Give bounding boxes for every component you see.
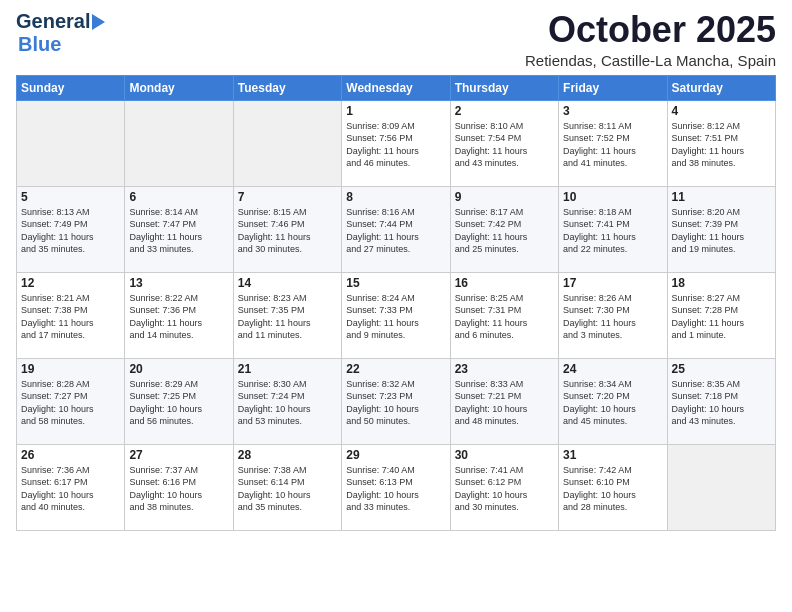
day-info: Sunrise: 7:41 AM Sunset: 6:12 PM Dayligh…: [455, 464, 554, 514]
day-number: 30: [455, 448, 554, 462]
table-row: 5Sunrise: 8:13 AM Sunset: 7:49 PM Daylig…: [17, 186, 125, 272]
day-info: Sunrise: 8:12 AM Sunset: 7:51 PM Dayligh…: [672, 120, 771, 170]
table-row: 11Sunrise: 8:20 AM Sunset: 7:39 PM Dayli…: [667, 186, 775, 272]
day-number: 14: [238, 276, 337, 290]
day-number: 16: [455, 276, 554, 290]
day-number: 19: [21, 362, 120, 376]
table-row: 27Sunrise: 7:37 AM Sunset: 6:16 PM Dayli…: [125, 444, 233, 530]
day-number: 27: [129, 448, 228, 462]
day-info: Sunrise: 8:09 AM Sunset: 7:56 PM Dayligh…: [346, 120, 445, 170]
day-number: 25: [672, 362, 771, 376]
logo: General Blue: [16, 10, 105, 56]
day-info: Sunrise: 7:36 AM Sunset: 6:17 PM Dayligh…: [21, 464, 120, 514]
day-number: 31: [563, 448, 662, 462]
table-row: 23Sunrise: 8:33 AM Sunset: 7:21 PM Dayli…: [450, 358, 558, 444]
day-number: 4: [672, 104, 771, 118]
table-row: 9Sunrise: 8:17 AM Sunset: 7:42 PM Daylig…: [450, 186, 558, 272]
table-row: 6Sunrise: 8:14 AM Sunset: 7:47 PM Daylig…: [125, 186, 233, 272]
calendar-table: Sunday Monday Tuesday Wednesday Thursday…: [16, 75, 776, 531]
table-row: 15Sunrise: 8:24 AM Sunset: 7:33 PM Dayli…: [342, 272, 450, 358]
table-row: 24Sunrise: 8:34 AM Sunset: 7:20 PM Dayli…: [559, 358, 667, 444]
day-info: Sunrise: 8:25 AM Sunset: 7:31 PM Dayligh…: [455, 292, 554, 342]
day-info: Sunrise: 8:13 AM Sunset: 7:49 PM Dayligh…: [21, 206, 120, 256]
col-friday: Friday: [559, 75, 667, 100]
day-number: 9: [455, 190, 554, 204]
calendar-week-row: 5Sunrise: 8:13 AM Sunset: 7:49 PM Daylig…: [17, 186, 776, 272]
table-row: 17Sunrise: 8:26 AM Sunset: 7:30 PM Dayli…: [559, 272, 667, 358]
day-info: Sunrise: 8:21 AM Sunset: 7:38 PM Dayligh…: [21, 292, 120, 342]
table-row: [667, 444, 775, 530]
day-number: 17: [563, 276, 662, 290]
day-number: 7: [238, 190, 337, 204]
table-row: 10Sunrise: 8:18 AM Sunset: 7:41 PM Dayli…: [559, 186, 667, 272]
table-row: 18Sunrise: 8:27 AM Sunset: 7:28 PM Dayli…: [667, 272, 775, 358]
day-info: Sunrise: 8:10 AM Sunset: 7:54 PM Dayligh…: [455, 120, 554, 170]
col-saturday: Saturday: [667, 75, 775, 100]
title-block: October 2025 Retiendas, Castille-La Manc…: [525, 10, 776, 69]
day-info: Sunrise: 8:28 AM Sunset: 7:27 PM Dayligh…: [21, 378, 120, 428]
day-number: 24: [563, 362, 662, 376]
day-info: Sunrise: 8:27 AM Sunset: 7:28 PM Dayligh…: [672, 292, 771, 342]
day-info: Sunrise: 8:20 AM Sunset: 7:39 PM Dayligh…: [672, 206, 771, 256]
day-info: Sunrise: 7:40 AM Sunset: 6:13 PM Dayligh…: [346, 464, 445, 514]
calendar-page: General Blue October 2025 Retiendas, Cas…: [0, 0, 792, 541]
day-number: 1: [346, 104, 445, 118]
day-info: Sunrise: 8:22 AM Sunset: 7:36 PM Dayligh…: [129, 292, 228, 342]
day-info: Sunrise: 8:11 AM Sunset: 7:52 PM Dayligh…: [563, 120, 662, 170]
day-number: 13: [129, 276, 228, 290]
day-number: 6: [129, 190, 228, 204]
calendar-week-row: 12Sunrise: 8:21 AM Sunset: 7:38 PM Dayli…: [17, 272, 776, 358]
month-title: October 2025: [525, 10, 776, 50]
day-info: Sunrise: 8:34 AM Sunset: 7:20 PM Dayligh…: [563, 378, 662, 428]
calendar-week-row: 19Sunrise: 8:28 AM Sunset: 7:27 PM Dayli…: [17, 358, 776, 444]
col-tuesday: Tuesday: [233, 75, 341, 100]
day-number: 3: [563, 104, 662, 118]
table-row: 8Sunrise: 8:16 AM Sunset: 7:44 PM Daylig…: [342, 186, 450, 272]
calendar-week-row: 1Sunrise: 8:09 AM Sunset: 7:56 PM Daylig…: [17, 100, 776, 186]
day-info: Sunrise: 8:30 AM Sunset: 7:24 PM Dayligh…: [238, 378, 337, 428]
day-info: Sunrise: 8:24 AM Sunset: 7:33 PM Dayligh…: [346, 292, 445, 342]
day-info: Sunrise: 8:18 AM Sunset: 7:41 PM Dayligh…: [563, 206, 662, 256]
logo-triangle-icon: [92, 14, 105, 30]
table-row: 31Sunrise: 7:42 AM Sunset: 6:10 PM Dayli…: [559, 444, 667, 530]
day-number: 15: [346, 276, 445, 290]
logo-general-text: General: [16, 10, 90, 32]
day-number: 10: [563, 190, 662, 204]
col-sunday: Sunday: [17, 75, 125, 100]
header-row: Sunday Monday Tuesday Wednesday Thursday…: [17, 75, 776, 100]
table-row: 30Sunrise: 7:41 AM Sunset: 6:12 PM Dayli…: [450, 444, 558, 530]
day-number: 29: [346, 448, 445, 462]
table-row: 19Sunrise: 8:28 AM Sunset: 7:27 PM Dayli…: [17, 358, 125, 444]
table-row: 7Sunrise: 8:15 AM Sunset: 7:46 PM Daylig…: [233, 186, 341, 272]
header: General Blue October 2025 Retiendas, Cas…: [16, 10, 776, 69]
day-number: 2: [455, 104, 554, 118]
table-row: 12Sunrise: 8:21 AM Sunset: 7:38 PM Dayli…: [17, 272, 125, 358]
day-number: 23: [455, 362, 554, 376]
day-info: Sunrise: 8:15 AM Sunset: 7:46 PM Dayligh…: [238, 206, 337, 256]
table-row: 14Sunrise: 8:23 AM Sunset: 7:35 PM Dayli…: [233, 272, 341, 358]
table-row: 16Sunrise: 8:25 AM Sunset: 7:31 PM Dayli…: [450, 272, 558, 358]
table-row: 28Sunrise: 7:38 AM Sunset: 6:14 PM Dayli…: [233, 444, 341, 530]
day-info: Sunrise: 8:23 AM Sunset: 7:35 PM Dayligh…: [238, 292, 337, 342]
day-number: 28: [238, 448, 337, 462]
location-text: Retiendas, Castille-La Mancha, Spain: [525, 52, 776, 69]
table-row: 25Sunrise: 8:35 AM Sunset: 7:18 PM Dayli…: [667, 358, 775, 444]
table-row: 20Sunrise: 8:29 AM Sunset: 7:25 PM Dayli…: [125, 358, 233, 444]
day-info: Sunrise: 8:29 AM Sunset: 7:25 PM Dayligh…: [129, 378, 228, 428]
day-info: Sunrise: 8:26 AM Sunset: 7:30 PM Dayligh…: [563, 292, 662, 342]
day-number: 5: [21, 190, 120, 204]
day-number: 8: [346, 190, 445, 204]
table-row: [125, 100, 233, 186]
day-number: 12: [21, 276, 120, 290]
day-info: Sunrise: 8:14 AM Sunset: 7:47 PM Dayligh…: [129, 206, 228, 256]
day-number: 22: [346, 362, 445, 376]
day-info: Sunrise: 7:38 AM Sunset: 6:14 PM Dayligh…: [238, 464, 337, 514]
day-number: 26: [21, 448, 120, 462]
table-row: 4Sunrise: 8:12 AM Sunset: 7:51 PM Daylig…: [667, 100, 775, 186]
table-row: 2Sunrise: 8:10 AM Sunset: 7:54 PM Daylig…: [450, 100, 558, 186]
table-row: 22Sunrise: 8:32 AM Sunset: 7:23 PM Dayli…: [342, 358, 450, 444]
table-row: 21Sunrise: 8:30 AM Sunset: 7:24 PM Dayli…: [233, 358, 341, 444]
day-info: Sunrise: 8:32 AM Sunset: 7:23 PM Dayligh…: [346, 378, 445, 428]
day-info: Sunrise: 7:37 AM Sunset: 6:16 PM Dayligh…: [129, 464, 228, 514]
day-info: Sunrise: 8:33 AM Sunset: 7:21 PM Dayligh…: [455, 378, 554, 428]
